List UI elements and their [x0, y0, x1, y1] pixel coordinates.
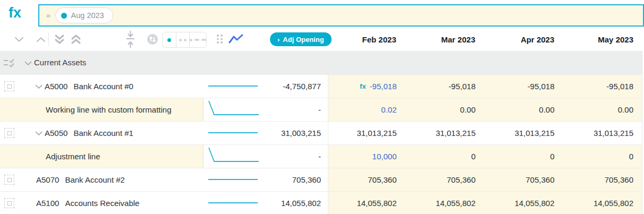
- row-label[interactable]: Working line with custom formatting: [0, 98, 204, 121]
- row-label[interactable]: Adjustment line: [0, 145, 204, 168]
- collapse-chevron-icon[interactable]: [24, 61, 32, 66]
- cell-mar[interactable]: 31,013,215: [408, 122, 487, 144]
- sparkline-chart: [206, 192, 262, 214]
- sparkline-chart: [206, 122, 262, 144]
- cell-may[interactable]: 705,360: [565, 168, 644, 191]
- opening-value[interactable]: -: [318, 145, 321, 168]
- formula-input[interactable]: = Aug 2023: [38, 4, 644, 27]
- opening-value[interactable]: 31,003,215: [281, 122, 321, 144]
- row-label[interactable]: A5100 Accounts Receivable: [0, 192, 204, 214]
- cell-may[interactable]: 0: [565, 145, 644, 168]
- sparkline-cell: 14,055,802: [204, 192, 328, 214]
- cell-feb[interactable]: 31,013,215: [328, 122, 408, 144]
- sparkline-cell: -4,750,877: [204, 75, 328, 98]
- merge-rows-icon[interactable]: [125, 30, 135, 48]
- drag-handle-icon[interactable]: [217, 35, 223, 44]
- cell-apr[interactable]: 31,013,215: [486, 122, 565, 144]
- working-line-label: Working line with custom formatting: [46, 105, 171, 114]
- period-chip[interactable]: Aug 2023: [55, 7, 113, 23]
- opening-value[interactable]: -4,750,877: [283, 75, 321, 98]
- account-name: Bank Account #0: [73, 82, 133, 91]
- line-style-solid-dot-option[interactable]: [163, 32, 176, 47]
- table-row-working-line: Working line with custom formatting - 0.…: [0, 98, 644, 121]
- cell-apr[interactable]: -95,018: [486, 75, 565, 98]
- column-header-feb: Feb 2023: [328, 28, 407, 51]
- row-cells: 31,013,215 31,013,215 31,013,215 31,013,…: [328, 122, 644, 144]
- cell-apr[interactable]: 14,055,802: [486, 192, 565, 214]
- row-cells: 705,360 705,360 705,360 705,360: [328, 168, 644, 191]
- formula-bar: fx = Aug 2023: [0, 0, 644, 28]
- cell-mar[interactable]: 705,360: [408, 168, 487, 191]
- cell-feb[interactable]: fx -95,018: [328, 75, 408, 98]
- fx-formula-icon: fx: [360, 82, 366, 90]
- cell-apr[interactable]: 0: [486, 145, 565, 168]
- toolbar-divider: [48, 32, 49, 46]
- sparkline-cell: -: [204, 98, 328, 121]
- cell-may[interactable]: 31,013,215: [565, 122, 644, 144]
- cell-mar[interactable]: -95,018: [408, 75, 487, 98]
- cell-mar[interactable]: 0.00: [408, 98, 487, 121]
- account-code: A5100: [36, 199, 59, 208]
- opening-value[interactable]: 705,360: [292, 168, 321, 191]
- account-name: Bank Account #2: [65, 175, 125, 184]
- spreadsheet-app: fx = Aug 2023: [0, 0, 644, 214]
- row-label[interactable]: A5000 Bank Account #0: [0, 75, 204, 98]
- table-row-a5100: A5100 Accounts Receivable 14,055,802 14,…: [0, 191, 644, 214]
- group-label[interactable]: Current Assets: [34, 52, 86, 74]
- sparkline-cell: -: [204, 145, 328, 168]
- adj-opening-label: Adj Opening: [283, 36, 324, 44]
- fx-logo: fx: [9, 5, 21, 21]
- sparkline-chart: [206, 75, 262, 98]
- cell-mar[interactable]: 0: [408, 145, 487, 168]
- cell-feb[interactable]: 705,360: [328, 168, 408, 191]
- line-chart-icon[interactable]: [228, 33, 243, 45]
- double-chevron-up-icon[interactable]: [71, 35, 81, 45]
- table-row-a5050: A5050 Bank Account #1 31,003,215 31,013,…: [0, 121, 644, 144]
- adj-opening-button[interactable]: › Adj Opening: [270, 32, 332, 46]
- row-cells: 14,055,802 14,055,802 14,055,802 14,055,…: [328, 192, 644, 214]
- account-code: A5070: [36, 175, 59, 184]
- row-cells: 0.02 0.00 0.00 0.00: [328, 98, 644, 121]
- double-chevron-down-icon[interactable]: [54, 35, 65, 45]
- row-cells: fx -95,018 -95,018 -95,018 -95,018: [328, 75, 644, 98]
- row-label[interactable]: A5050 Bank Account #1: [0, 122, 204, 144]
- chevron-down-icon[interactable]: [14, 37, 24, 42]
- column-header-may: May 2023: [565, 28, 644, 51]
- column-header-apr: Apr 2023: [486, 28, 565, 51]
- rows-area: Current Assets A5000 Bank Account #0 -4,…: [0, 51, 644, 214]
- line-style-segmented-control: [162, 32, 207, 48]
- sparkline-cell: 31,003,215: [204, 122, 328, 144]
- table-row-a5070: A5070 Bank Account #2 705,360 705,360 70…: [0, 168, 644, 191]
- line-style-dash-option[interactable]: [189, 32, 206, 47]
- next-column-edge: [642, 51, 644, 214]
- cell-may[interactable]: 0.00: [565, 98, 644, 121]
- opening-value[interactable]: -: [318, 98, 321, 121]
- opening-value[interactable]: 14,055,802: [281, 192, 321, 214]
- toolbar: › Adj Opening Feb 2023 Mar 2023 Apr 2023…: [0, 28, 644, 51]
- cell-feb[interactable]: 0.02: [328, 98, 408, 121]
- line-style-dots-option[interactable]: [176, 32, 190, 47]
- adjustment-line-label: Adjustment line: [46, 152, 100, 161]
- column-header-mar: Mar 2023: [407, 28, 486, 51]
- equals-sign: =: [46, 12, 50, 20]
- cell-may[interactable]: 14,055,802: [565, 192, 644, 214]
- column-headers: Feb 2023 Mar 2023 Apr 2023 May 2023: [328, 28, 644, 51]
- cell-apr[interactable]: 705,360: [486, 168, 565, 191]
- table-row-a5000: A5000 Bank Account #0 -4,750,877 fx -95,…: [0, 74, 644, 98]
- cell-mar[interactable]: 14,055,802: [408, 192, 487, 214]
- chevron-up-icon[interactable]: [36, 37, 46, 42]
- cell-feb[interactable]: 14,055,802: [328, 192, 408, 214]
- swap-order-icon[interactable]: [147, 33, 158, 45]
- cell-feb[interactable]: 10,000: [328, 145, 408, 168]
- account-code: A5050: [45, 129, 67, 138]
- cell-may[interactable]: -95,018: [565, 75, 644, 98]
- row-label[interactable]: A5070 Bank Account #2: [0, 168, 204, 191]
- group-row-current-assets: Current Assets: [0, 51, 644, 74]
- account-code: A5000: [45, 82, 67, 91]
- account-name: Bank Account #1: [73, 129, 133, 138]
- sparkline-chart: [206, 98, 262, 121]
- sparkline-chart: [206, 145, 262, 168]
- period-dot-icon: [61, 13, 67, 19]
- checklist-icon[interactable]: [3, 58, 15, 67]
- cell-apr[interactable]: 0.00: [486, 98, 565, 121]
